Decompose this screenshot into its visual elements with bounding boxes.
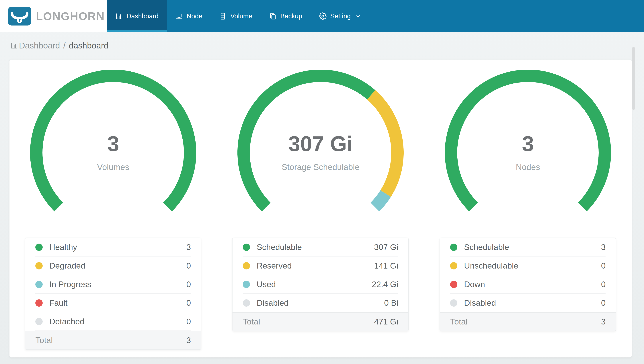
legend-label: Schedulable (256, 242, 374, 252)
legend-total-row: Total 3 (25, 331, 201, 350)
gauge-chart: 307 Gi Storage Schedulable (238, 70, 404, 236)
legend-row-schedulable: Schedulable307 Gi (232, 238, 408, 256)
legend-color-dot (35, 244, 43, 251)
legend-value: 22.4 Gi (372, 280, 398, 289)
legend-row-degraded: Degraded0 (25, 256, 201, 275)
legend-label: Healthy (49, 242, 186, 252)
top-navbar: LONGHORN Dashboard Node Volume Backup Se… (0, 0, 644, 32)
legend-total-row: Total 471 Gi (232, 312, 408, 331)
gauge-volumes: 3 Volumes Healthy3Degraded0In Progress0F… (10, 60, 217, 358)
legend-label: Schedulable (464, 242, 601, 252)
chart-icon (10, 42, 18, 49)
backup-icon (269, 12, 276, 20)
gauge-segment-reserved (371, 95, 398, 194)
legend-row-disabled: Disabled0 (440, 294, 616, 312)
gauge-segment-used (375, 194, 386, 207)
dashboard-icon (115, 12, 123, 20)
legend-label: Down (464, 280, 601, 289)
legend-row-disabled: Disabled0 Bi (232, 294, 408, 312)
legend-label: In Progress (49, 280, 186, 289)
legend-color-dot (243, 281, 250, 288)
legend-value: 0 (601, 298, 606, 308)
legend-label: Used (256, 280, 372, 289)
dashboard-card: 3 Volumes Healthy3Degraded0In Progress0F… (10, 60, 632, 358)
gauge-segment-schedulable (244, 76, 371, 207)
legend-color-dot (35, 299, 43, 306)
legend-total-row: Total 3 (440, 312, 616, 331)
legend-row-used: Used22.4 Gi (232, 275, 408, 294)
legend-total-label: Total (243, 317, 374, 326)
legend-color-dot (450, 244, 458, 251)
legend-label: Reserved (256, 261, 374, 270)
main-nav: Dashboard Node Volume Backup Setting (107, 0, 370, 32)
legend-total-label: Total (450, 317, 601, 326)
legend-value: 0 (186, 298, 191, 308)
breadcrumb-root[interactable]: Dashboard (19, 41, 60, 50)
legend-total-value: 3 (186, 336, 191, 345)
legend-value: 3 (186, 242, 191, 252)
nav-item-label: Dashboard (126, 12, 158, 20)
legend-row-down: Down0 (440, 275, 616, 294)
legend-row-detached: Detached0 (25, 312, 201, 331)
legend-value: 0 (601, 280, 606, 289)
nav-item-node[interactable]: Node (167, 0, 211, 32)
gauge-chart: 3 Volumes (30, 70, 196, 236)
legend-label: Detached (49, 317, 186, 326)
legend-value: 0 (186, 317, 191, 326)
legend-row-in-progress: In Progress0 (25, 275, 201, 294)
setting-icon (319, 12, 326, 20)
legend-value: 307 Gi (374, 242, 398, 252)
legend-total-label: Total (35, 336, 186, 345)
nav-item-label: Volume (230, 12, 252, 20)
legend-label: Degraded (49, 261, 186, 270)
legend-row-fault: Fault0 (25, 294, 201, 312)
brand-logo: LONGHORN (0, 0, 107, 32)
legend-value: 0 (186, 261, 191, 270)
nav-item-backup[interactable]: Backup (260, 0, 310, 32)
nav-item-label: Backup (280, 12, 302, 20)
nav-item-volume[interactable]: Volume (211, 0, 260, 32)
gauge-chart: 3 Nodes (445, 70, 611, 236)
legend-color-dot (35, 318, 43, 325)
chevron-down-icon (354, 13, 362, 20)
gauge-storage-schedulable: 307 Gi Storage Schedulable Schedulable30… (217, 60, 424, 358)
legend-row-healthy: Healthy3 (25, 238, 201, 256)
legend-color-dot (35, 281, 43, 288)
nav-item-setting[interactable]: Setting (310, 0, 370, 32)
legend-table: Schedulable3Unschedulable0Down0Disabled0… (440, 238, 616, 331)
legend-color-dot (450, 262, 458, 270)
legend-label: Fault (49, 298, 186, 308)
legend-label: Disabled (464, 298, 601, 308)
brand-name: LONGHORN (36, 10, 105, 22)
legend-color-dot (243, 244, 250, 251)
gauge-nodes: 3 Nodes Schedulable3Unschedulable0Down0D… (424, 60, 632, 358)
legend-color-dot (243, 262, 250, 270)
scrollbar-thumb[interactable] (632, 47, 635, 110)
nav-item-dashboard[interactable]: Dashboard (107, 0, 167, 32)
legend-table: Healthy3Degraded0In Progress0Fault0Detac… (25, 238, 201, 350)
gauge-segment-schedulable (451, 76, 605, 207)
legend-value: 3 (601, 242, 606, 252)
legend-value: 141 Gi (374, 261, 398, 270)
legend-color-dot (243, 299, 250, 306)
legend-value: 0 (601, 261, 606, 270)
legend-total-value: 471 Gi (374, 317, 398, 326)
breadcrumb-current: dashboard (69, 41, 108, 50)
legend-value: 0 (186, 280, 191, 289)
volume-icon (219, 12, 227, 20)
legend-row-unschedulable: Unschedulable0 (440, 256, 616, 275)
gauge-segment-healthy (36, 76, 190, 207)
breadcrumb: Dashboard / dashboard (10, 41, 634, 50)
legend-row-reserved: Reserved141 Gi (232, 256, 408, 275)
nav-item-label: Setting (330, 12, 350, 20)
legend-label: Unschedulable (464, 261, 601, 270)
node-icon (175, 12, 183, 20)
legend-color-dot (35, 262, 43, 270)
legend-value: 0 Bi (384, 298, 398, 308)
longhorn-logo-icon (8, 7, 31, 26)
legend-table: Schedulable307 GiReserved141 GiUsed22.4 … (232, 238, 409, 331)
legend-row-schedulable: Schedulable3 (440, 238, 616, 256)
legend-color-dot (450, 281, 458, 288)
breadcrumb-separator: / (63, 41, 66, 50)
nav-item-label: Node (186, 12, 202, 20)
